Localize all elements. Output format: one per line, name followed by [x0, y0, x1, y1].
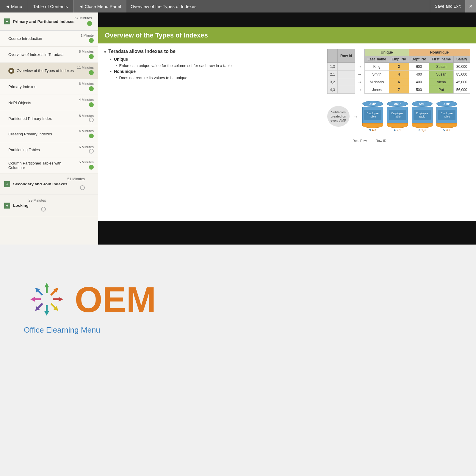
amp-top-4: AMP	[436, 101, 457, 107]
brand-area: OEM Office Elearning Menu	[0, 245, 476, 367]
item-dot	[89, 54, 94, 59]
sidebar-item-nopi[interactable]: NoPI Objects 4 Minutes	[0, 95, 98, 111]
index-table: Row Id Unique Nonunique Last_name Emp_No…	[327, 49, 470, 94]
section-status-dot	[80, 185, 85, 190]
svg-marker-0	[33, 286, 44, 297]
amp-cylinder-2: AMP Employee Table 4 2,1	[386, 101, 408, 132]
item-dot	[89, 86, 94, 91]
save-exit-button[interactable]: Save and Exit	[430, 0, 465, 12]
item-dot-outline	[89, 118, 94, 122]
slide-body: Teradata allows indexes to be Unique Enf…	[98, 43, 476, 221]
svg-marker-3	[49, 286, 60, 297]
amp-bottom-4	[436, 123, 457, 128]
slide-main-title: Overview of the Types of Indexes	[105, 32, 469, 39]
slide-header: Overview of the Types of Indexes	[98, 27, 476, 43]
amp-bottom-3	[412, 123, 433, 128]
amp-bottom-2	[387, 123, 408, 128]
amps-group: AMP Employee Table 9 4,3	[361, 101, 458, 132]
col-dept-no: Dept_No	[409, 56, 429, 63]
unique-header: Unique	[365, 49, 409, 56]
sidebar-section-locking[interactable]: + Locking 29 Minutes	[0, 195, 98, 216]
top-black-bar	[98, 12, 476, 27]
section-meta-locking: 29 Minutes	[29, 198, 46, 212]
slide-content: Overview of the Types of Indexes Teradat…	[98, 27, 476, 221]
brand-icon-text: OEM	[24, 276, 156, 322]
col-rowid	[328, 49, 338, 63]
oem-text: OEM	[75, 282, 156, 317]
table-row: 3,2 → Michaels 6 400 Alena 45,000	[328, 78, 470, 86]
sidebar-item-column-partitioned[interactable]: Column Partitioned Tables with Columnar …	[0, 157, 98, 173]
amp-top-2: AMP	[387, 101, 408, 107]
sidebar-item-overview-types[interactable]: Overview of the Types of Indexes 11 Minu…	[0, 63, 98, 79]
row-id-label: Row ID	[376, 139, 386, 143]
sidebar-section-primary[interactable]: − Primary and Partitioned Indexes 57 Min…	[0, 12, 98, 31]
slide-title-bar: Overview of the Types of Indexes	[126, 4, 430, 9]
col-emp-no: Emp_No	[389, 56, 409, 63]
table-row: 1,3 → King 2 600 Susan 80,000	[328, 63, 470, 71]
real-row-label: Real Row	[353, 139, 367, 143]
section-title-locking: Locking	[13, 203, 29, 208]
bullet-nonunique: Nonunique	[110, 69, 321, 74]
sidebar-item-primary-indexes[interactable]: Primary Indexes 6 Minutes	[0, 79, 98, 95]
section-meta-secondary: 51 Minutes	[67, 177, 85, 191]
sidebar-item-course-intro[interactable]: Course Introduction 1 Minute	[0, 31, 98, 47]
menu-button[interactable]: ◄ Menu	[0, 0, 28, 12]
row-labels: Real Row Row ID	[327, 139, 470, 143]
bullet-nonunique-detail: Does not require its values to be unique	[116, 76, 321, 80]
sidebar-section-secondary[interactable]: + Secondary and Join Indexes 51 Minutes	[0, 173, 98, 195]
sidebar-item-partitioning-tables[interactable]: Partitioning Tables 6 Minutes	[0, 142, 98, 157]
amp-bottom-1	[362, 123, 383, 128]
amp-arrow: →	[353, 113, 358, 120]
bottom-black-bar	[98, 221, 476, 245]
table-row: 4,3 → Jones 7 500 Pat 56,000	[328, 86, 470, 94]
collapse-icon: −	[4, 18, 10, 24]
svg-marker-4	[53, 297, 63, 302]
close-icon: ✕	[469, 4, 473, 9]
svg-marker-2	[44, 283, 49, 293]
amp-top-3: AMP	[412, 101, 433, 107]
expand-icon: +	[4, 181, 10, 187]
sidebar-item-overview-teradata[interactable]: Overview of Indexes in Teradata 8 Minute…	[0, 47, 98, 63]
menu-label: ◄ Menu	[5, 4, 22, 9]
svg-marker-6	[44, 305, 49, 316]
amp-top-1: AMP	[362, 101, 383, 107]
sidebar: − Primary and Partitioned Indexes 57 Min…	[0, 12, 98, 245]
amp-cylinder-4: AMP Employee Table 5 3,2	[436, 101, 458, 132]
col-salary: Salary	[454, 56, 470, 63]
amp-diagram: Subtables created on every AMP → AMP Emp…	[327, 98, 470, 135]
content-area: Overview of the Types of Indexes Teradat…	[98, 12, 476, 245]
svg-marker-1	[33, 302, 44, 312]
item-dot	[89, 165, 94, 170]
col-last-name: Last_name	[365, 56, 389, 63]
bullet-unique-detail: Enforces a unique value for the column s…	[116, 63, 321, 68]
oem-arrows-icon	[24, 276, 70, 322]
amp-body-4: Employee Table	[436, 107, 457, 123]
svg-marker-5	[49, 302, 60, 312]
toc-label: Table of Contents	[28, 0, 73, 12]
current-indicator	[8, 68, 14, 74]
brand-tagline: Office Elearning Menu	[24, 325, 100, 335]
close-panel-button[interactable]: ◄ Close Menu Panel	[73, 0, 126, 12]
slide-text-content: Teradata allows indexes to be Unique Enf…	[104, 49, 321, 215]
item-dot	[89, 70, 94, 75]
section-meta-primary: 57 Minutes	[74, 16, 92, 27]
item-dot	[89, 134, 94, 138]
amp-body-1: Employee Table	[362, 107, 383, 123]
top-bar: ◄ Menu Table of Contents ◄ Close Menu Pa…	[0, 0, 476, 12]
expand-icon-locking: +	[4, 203, 10, 209]
main-layout: − Primary and Partitioned Indexes 57 Min…	[0, 12, 476, 245]
section-title-secondary: Secondary and Join Indexes	[13, 182, 67, 186]
section-status-dot	[87, 21, 92, 26]
amp-cylinder-3: AMP Employee Table 3 1,3	[411, 101, 433, 132]
item-dot	[89, 102, 94, 107]
section-title-primary: Primary and Partitioned Indexes	[13, 19, 74, 24]
nonunique-header: Nonunique	[409, 49, 470, 56]
intro-text: Teradata allows indexes to be	[108, 49, 176, 54]
slide-visual: Row Id Unique Nonunique Last_name Emp_No…	[327, 49, 470, 215]
bullet-unique: Unique	[110, 57, 321, 62]
close-button[interactable]: ✕	[465, 0, 476, 12]
subtables-label: Subtables created on every AMP	[327, 106, 350, 127]
sidebar-item-partitioned-primary[interactable]: Partitioned Primary Index 8 Minutes	[0, 111, 98, 126]
sidebar-item-creating-primary[interactable]: Creating Primary Indexes 4 Minutes	[0, 126, 98, 142]
section-status-dot-locking	[41, 207, 46, 212]
